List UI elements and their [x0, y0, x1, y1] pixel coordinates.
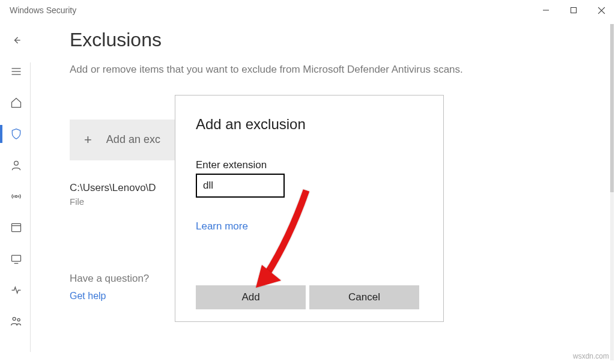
- device-icon[interactable]: [10, 252, 23, 265]
- get-help-link[interactable]: Get help: [70, 291, 106, 301]
- add-button[interactable]: Add: [196, 285, 306, 309]
- plus-icon: +: [84, 132, 92, 148]
- svg-point-15: [17, 318, 20, 321]
- add-exclusion-label: Add an exc: [106, 133, 160, 146]
- page-title: Exclusions: [70, 29, 615, 51]
- dialog-title: Add an exclusion: [196, 116, 423, 133]
- maximize-button[interactable]: [560, 0, 587, 20]
- back-icon[interactable]: [10, 34, 23, 47]
- firewall-icon[interactable]: [10, 190, 23, 203]
- sidebar: [0, 20, 32, 364]
- cancel-button[interactable]: Cancel: [309, 285, 419, 309]
- watermark: wsxdn.com: [573, 352, 609, 360]
- window-controls: [532, 0, 615, 20]
- performance-icon[interactable]: [10, 284, 23, 297]
- titlebar: Windows Security: [0, 0, 615, 20]
- svg-rect-12: [12, 255, 21, 261]
- svg-point-8: [14, 161, 19, 165]
- svg-point-9: [15, 195, 17, 197]
- svg-point-14: [13, 317, 16, 320]
- extension-input[interactable]: [196, 174, 285, 198]
- extension-field-label: Enter extension: [196, 159, 423, 171]
- account-icon[interactable]: [10, 159, 23, 172]
- family-icon[interactable]: [10, 315, 23, 328]
- home-icon[interactable]: [10, 96, 23, 109]
- scrollbar[interactable]: [610, 24, 614, 360]
- app-browser-icon[interactable]: [10, 221, 23, 234]
- menu-icon[interactable]: [10, 65, 23, 78]
- scrollbar-thumb[interactable]: [610, 24, 614, 192]
- close-button[interactable]: [587, 0, 615, 20]
- page-description: Add or remove items that you want to exc…: [70, 62, 526, 77]
- sidebar-divider: [30, 62, 31, 352]
- window-title: Windows Security: [10, 5, 532, 15]
- add-exclusion-dialog: Add an exclusion Enter extension Learn m…: [175, 95, 444, 322]
- shield-icon[interactable]: [10, 127, 23, 141]
- svg-rect-10: [12, 223, 21, 231]
- minimize-button[interactable]: [532, 0, 560, 20]
- svg-rect-1: [571, 8, 577, 13]
- learn-more-link[interactable]: Learn more: [196, 220, 248, 232]
